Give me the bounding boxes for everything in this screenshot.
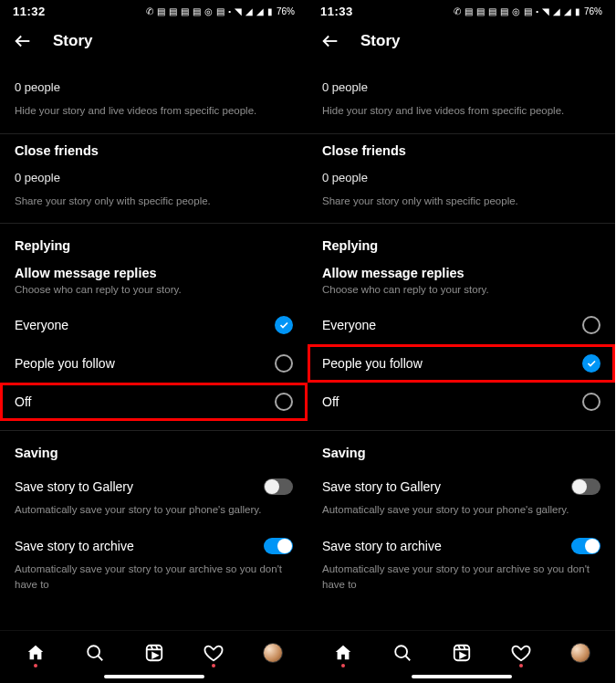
- radio-everyone[interactable]: Everyone: [0, 306, 308, 344]
- hide-sub: Hide your story and live videos from spe…: [322, 100, 600, 128]
- radio-people-you-follow[interactable]: People you follow: [308, 344, 615, 383]
- page-title: Story: [360, 32, 400, 50]
- content: 0 people Hide your story and live videos…: [308, 64, 615, 630]
- svg-point-1: [88, 646, 99, 657]
- nav-search[interactable]: [84, 642, 106, 664]
- allow-replies-sub: Choose who can reply to your story.: [0, 280, 308, 306]
- status-icon: ▤: [524, 6, 532, 16]
- page-title: Story: [53, 32, 92, 50]
- save-gallery-sub: Automatically save your story to your ph…: [0, 499, 308, 527]
- screen-right: 11:33 ✆ ▤ ▤ ▤ ▤ ◎ ▤ • ◥ ◢ ◢ ▮ 76% Story …: [308, 0, 615, 683]
- signal-icon: ◢: [564, 6, 571, 16]
- battery-text: 76%: [584, 6, 602, 16]
- toggle-icon[interactable]: [264, 538, 293, 554]
- nav-reels[interactable]: [451, 642, 473, 664]
- close-friends-sub: Share your story only with specific peop…: [322, 190, 600, 218]
- save-archive-row[interactable]: Save story to archive: [308, 527, 615, 558]
- saving-label: Saving: [308, 431, 615, 468]
- allow-replies-title: Allow message replies: [308, 260, 615, 280]
- nav-activity[interactable]: [510, 642, 532, 664]
- status-icon: ▤: [488, 6, 496, 16]
- toggle-icon[interactable]: [571, 538, 600, 554]
- nav-activity[interactable]: [203, 642, 224, 664]
- nav-home[interactable]: [332, 642, 354, 664]
- close-friends-item[interactable]: Close friends 0 people Share your story …: [0, 134, 308, 220]
- hide-count: 0 people: [15, 73, 293, 100]
- bottom-nav: [308, 630, 615, 670]
- back-icon[interactable]: [13, 31, 33, 51]
- toggle-icon[interactable]: [571, 478, 600, 495]
- nav-home[interactable]: [25, 642, 47, 664]
- allow-replies-group: Allow message replies Choose who can rep…: [0, 260, 308, 421]
- status-icon: ▤: [476, 6, 485, 16]
- nav-profile[interactable]: [569, 642, 591, 664]
- radio-icon: [582, 393, 600, 411]
- status-icon: ▤: [216, 6, 224, 16]
- close-friends-title: Close friends: [322, 143, 600, 163]
- overflow-dot: •: [228, 7, 231, 16]
- radio-people-you-follow[interactable]: People you follow: [0, 344, 308, 383]
- status-icon: ▤: [169, 6, 177, 16]
- svg-line-2: [98, 656, 102, 660]
- toggle-icon[interactable]: [264, 478, 293, 495]
- save-gallery-row[interactable]: Save story to Gallery: [308, 468, 615, 499]
- radio-icon: [582, 316, 600, 334]
- clock: 11:32: [13, 5, 46, 18]
- save-gallery-sub: Automatically save your story to your ph…: [308, 499, 615, 527]
- status-bar: 11:33 ✆ ▤ ▤ ▤ ▤ ◎ ▤ • ◥ ◢ ◢ ▮ 76%: [308, 0, 615, 20]
- notification-dot-icon: [34, 664, 37, 667]
- close-friends-item[interactable]: Close friends 0 people Share your story …: [308, 134, 615, 220]
- gesture-bar: [0, 670, 308, 683]
- status-icon: ◎: [204, 6, 213, 16]
- hide-count: 0 people: [322, 73, 600, 100]
- clock: 11:33: [320, 5, 353, 18]
- radio-follow-label: People you follow: [15, 356, 115, 371]
- svg-marker-7: [152, 653, 158, 658]
- status-icons: ✆ ▤ ▤ ▤ ▤ ◎ ▤ • ◥ ◢ ◢ ▮ 76%: [454, 6, 602, 16]
- wifi-icon: ◥: [542, 6, 549, 16]
- header: Story: [308, 20, 615, 64]
- save-gallery-row[interactable]: Save story to Gallery: [0, 468, 308, 499]
- radio-off[interactable]: Off: [0, 383, 308, 421]
- save-archive-row[interactable]: Save story to archive: [0, 527, 308, 558]
- hide-story-item[interactable]: 0 people Hide your story and live videos…: [308, 64, 615, 130]
- svg-point-9: [395, 646, 407, 657]
- save-gallery-label: Save story to Gallery: [15, 479, 133, 494]
- status-bar: 11:32 ✆ ▤ ▤ ▤ ▤ ◎ ▤ • ◥ ◢ ◢ ▮ 76%: [0, 0, 308, 20]
- radio-icon: [275, 354, 293, 373]
- radio-follow-label: People you follow: [322, 356, 423, 371]
- radio-off[interactable]: Off: [308, 383, 615, 421]
- header: Story: [0, 20, 308, 64]
- whatsapp-icon: ✆: [146, 6, 153, 16]
- status-icon: ▤: [465, 6, 473, 16]
- battery-icon: ▮: [267, 6, 273, 16]
- nav-search[interactable]: [392, 642, 413, 664]
- radio-off-label: Off: [322, 394, 339, 409]
- content: 0 people Hide your story and live videos…: [0, 64, 308, 630]
- radio-everyone[interactable]: Everyone: [308, 306, 615, 344]
- avatar-icon: [570, 643, 590, 663]
- allow-replies-group: Allow message replies Choose who can rep…: [308, 260, 615, 421]
- nav-reels[interactable]: [143, 642, 165, 664]
- notification-dot-icon: [519, 664, 523, 667]
- status-icon: ▤: [157, 6, 165, 16]
- hide-story-item[interactable]: 0 people Hide your story and live videos…: [0, 64, 308, 130]
- avatar-icon: [263, 643, 283, 663]
- svg-marker-15: [460, 653, 465, 658]
- gesture-bar: [308, 670, 615, 683]
- save-gallery-label: Save story to Gallery: [322, 479, 441, 494]
- wifi-icon: ◥: [235, 6, 242, 16]
- signal-icon: ◢: [553, 6, 560, 16]
- nav-profile[interactable]: [262, 642, 284, 664]
- status-icons: ✆ ▤ ▤ ▤ ▤ ◎ ▤ • ◥ ◢ ◢ ▮ 76%: [146, 6, 295, 16]
- status-icon: ◎: [512, 6, 520, 16]
- hide-sub: Hide your story and live videos from spe…: [15, 100, 293, 128]
- screen-left: 11:32 ✆ ▤ ▤ ▤ ▤ ◎ ▤ • ◥ ◢ ◢ ▮ 76% Story …: [0, 0, 308, 683]
- back-icon[interactable]: [320, 31, 340, 51]
- saving-label: Saving: [0, 431, 308, 468]
- replying-label: Replying: [0, 224, 308, 260]
- close-friends-sub: Share your story only with specific peop…: [15, 190, 293, 218]
- battery-icon: ▮: [575, 6, 580, 16]
- signal-icon: ◢: [256, 6, 264, 16]
- status-icon: ▤: [193, 6, 201, 16]
